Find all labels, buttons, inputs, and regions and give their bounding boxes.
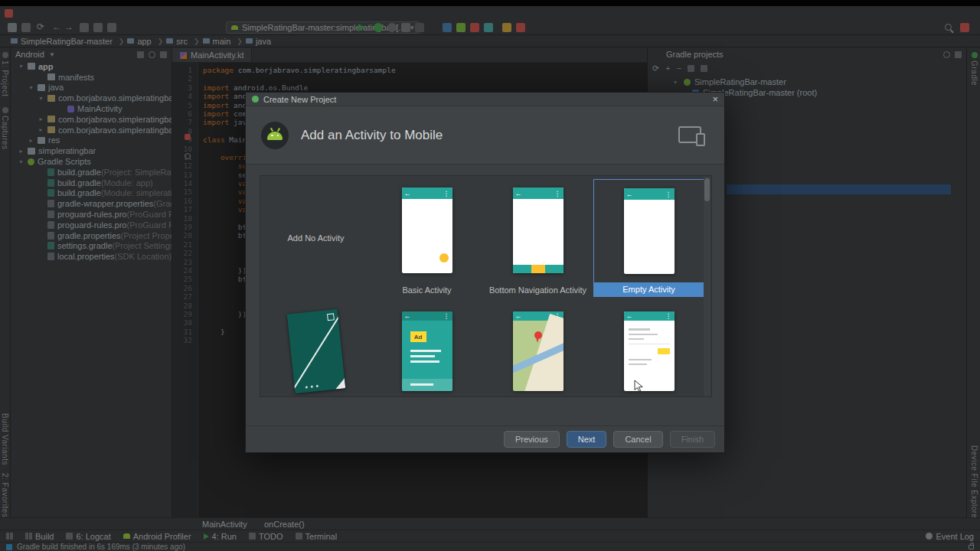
- overflow-menu-icon: ⋮: [443, 190, 450, 197]
- basic-activity-thumbnail: ← ⋮: [402, 187, 452, 273]
- template-fullscreen-activity[interactable]: [260, 303, 371, 397]
- close-icon[interactable]: ×: [712, 93, 718, 105]
- template-login-activity[interactable]: ← ⋮: [593, 303, 704, 397]
- back-arrow-icon: ←: [515, 190, 522, 197]
- admob-activity-thumbnail: ← ⋮ Ad: [402, 311, 452, 391]
- login-activity-thumbnail: ← ⋮: [624, 311, 675, 391]
- activity-template-grid: Add No Activity ← ⋮ Basic Activity ← ⋮ B…: [260, 175, 712, 397]
- back-arrow-icon: ←: [626, 191, 633, 198]
- mobile-devices-icon: [678, 126, 701, 143]
- dialog-footer: Previous Next Cancel Finish: [246, 425, 724, 452]
- wizard-step-title: Add an Activity to Mobile: [301, 106, 443, 165]
- overflow-menu-icon: ⋮: [443, 312, 450, 320]
- create-new-project-dialog: Create New Project × Add an Activity to …: [245, 92, 725, 453]
- maps-activity-thumbnail: ← ⋮: [513, 311, 564, 391]
- template-bottom-navigation-activity[interactable]: ← ⋮ Bottom Navigation Activity: [482, 179, 593, 297]
- android-robot-icon: [261, 122, 289, 149]
- overflow-menu-icon: ⋮: [554, 190, 561, 197]
- fullscreen-activity-thumbnail: [286, 309, 345, 393]
- dialog-title: Create New Project: [263, 95, 336, 104]
- template-admob-ads-activity[interactable]: ← ⋮ Ad: [371, 303, 482, 397]
- template-basic-activity[interactable]: ← ⋮ Basic Activity: [371, 179, 482, 297]
- overflow-menu-icon: ⋮: [665, 191, 672, 198]
- finish-button[interactable]: Finish: [670, 431, 715, 448]
- empty-activity-thumbnail: ← ⋮: [624, 188, 675, 274]
- next-button[interactable]: Next: [567, 431, 607, 448]
- cancel-button[interactable]: Cancel: [613, 431, 662, 448]
- map-pin-icon: [534, 331, 542, 339]
- mouse-cursor: [634, 380, 645, 393]
- ad-banner: Ad: [410, 331, 426, 342]
- template-add-no-activity[interactable]: Add No Activity: [260, 179, 371, 297]
- fullscreen-icon: [326, 313, 334, 321]
- android-studio-icon: [252, 96, 259, 103]
- back-arrow-icon: ←: [626, 312, 633, 320]
- login-button-shape: [658, 348, 670, 354]
- previous-button[interactable]: Previous: [504, 431, 560, 448]
- back-arrow-icon: ←: [404, 312, 411, 320]
- grid-scrollbar[interactable]: [704, 177, 710, 397]
- template-google-maps-activity[interactable]: ← ⋮: [482, 303, 593, 397]
- fab-icon: [439, 253, 449, 262]
- bottom-nav-bar: [513, 265, 564, 273]
- bottom-navigation-thumbnail: ← ⋮: [513, 187, 564, 273]
- template-empty-activity[interactable]: ← ⋮ Empty Activity: [593, 179, 704, 297]
- back-arrow-icon: ←: [404, 190, 411, 197]
- overflow-menu-icon: ⋮: [665, 312, 672, 320]
- back-arrow-icon: ←: [515, 312, 522, 320]
- nav-dots-icon: [305, 385, 318, 389]
- dialog-header: Add an Activity to Mobile: [246, 106, 724, 165]
- dialog-title-bar[interactable]: Create New Project ×: [246, 93, 724, 106]
